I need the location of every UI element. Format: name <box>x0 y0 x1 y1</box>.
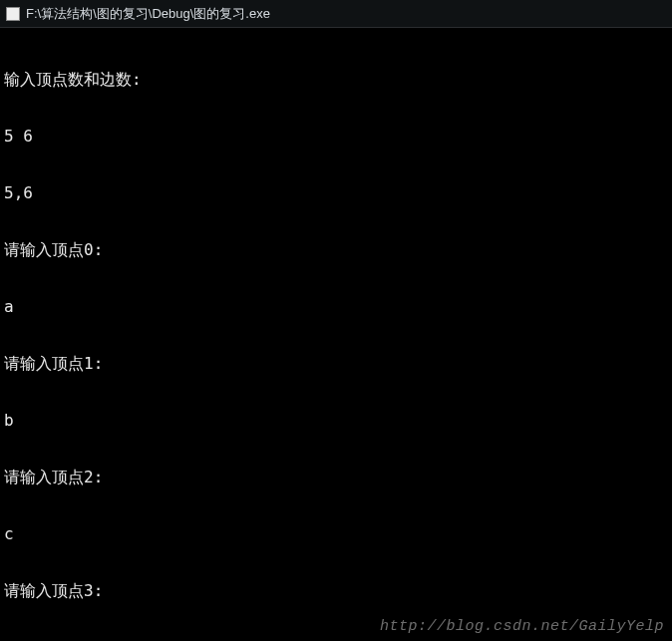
console-line: a <box>4 297 668 316</box>
console-line: 5,6 <box>4 183 668 202</box>
console-line: 5 6 <box>4 127 668 146</box>
console-output: 输入顶点数和边数: 5 6 5,6 请输入顶点0: a 请输入顶点1: b 请输… <box>0 28 672 641</box>
console-line: 输入顶点数和边数: <box>4 70 668 89</box>
console-line: 请输入顶点3: <box>4 581 668 600</box>
console-line: 请输入顶点0: <box>4 240 668 259</box>
app-icon <box>6 7 20 21</box>
console-line: c <box>4 524 668 543</box>
console-line: 请输入顶点2: <box>4 468 668 486</box>
window-title-bar[interactable]: F:\算法结构\图的复习\Debug\图的复习.exe <box>0 0 672 28</box>
console-line: 请输入顶点1: <box>4 354 668 373</box>
console-line: b <box>4 411 668 430</box>
window-title: F:\算法结构\图的复习\Debug\图的复习.exe <box>26 5 270 23</box>
